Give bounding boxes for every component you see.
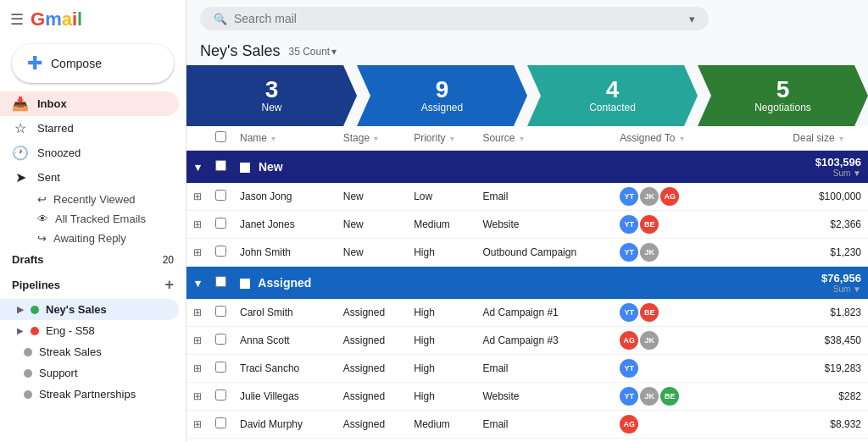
stage-negotiations[interactable]: 5 Negotiations (698, 65, 868, 126)
row-expand-icon[interactable]: ⊞ (186, 411, 209, 439)
row-assigned: AGJK (613, 327, 786, 355)
row-source: Website (476, 383, 613, 411)
search-input[interactable] (234, 12, 682, 25)
row-expand-icon[interactable]: ⊞ (186, 439, 209, 443)
group-header-assigned[interactable]: ▾ Assigned $76,956 Sum ▼ (186, 267, 868, 300)
awaiting-reply-label: Awaiting Reply (53, 232, 126, 245)
group-checkbox[interactable] (215, 276, 226, 287)
table-row[interactable]: ⊞ Julie Villegas Assigned High Website Y… (186, 383, 868, 411)
tracked-emails-icon: 👁 (37, 213, 48, 225)
recently-viewed-icon: ↩ (37, 193, 47, 206)
row-checkbox[interactable] (209, 383, 233, 411)
row-deal-size: $2,366 (786, 211, 868, 239)
row-stage: New (337, 239, 407, 267)
pipeline-item-streak-sales[interactable]: Streak Sales (0, 341, 179, 362)
stage-assigned-num: 9 (436, 78, 449, 102)
row-checkbox[interactable] (209, 211, 233, 239)
sidebar-item-sent[interactable]: ➤ Sent (0, 165, 179, 190)
row-checkbox[interactable] (209, 183, 233, 211)
table-row[interactable]: ⊞ Anna Scott Assigned High Ad Campaign #… (186, 327, 868, 355)
add-pipeline-icon[interactable]: + (164, 276, 174, 294)
stage-assigned[interactable]: 9 Assigned (357, 65, 527, 126)
row-checkbox[interactable] (209, 299, 233, 327)
row-priority: High (407, 239, 476, 267)
sidebar-item-snoozed[interactable]: 🕐 Snoozed (0, 141, 179, 165)
sidebar: ☰ Gmail ✚ Compose 📥 Inbox ☆ Starred 🕐 Sn… (0, 0, 186, 442)
row-checkbox[interactable] (209, 239, 233, 267)
group-expand-icon[interactable]: ▾ (186, 267, 209, 300)
table-row[interactable]: ⊞ Carol Smith Assigned High Ad Campaign … (186, 299, 868, 327)
sidebar-sub-awaiting-reply[interactable]: ↪ Awaiting Reply (0, 229, 186, 248)
col-priority[interactable]: Priority ▾ (407, 126, 476, 151)
sidebar-item-starred[interactable]: ☆ Starred (0, 116, 179, 141)
group-checkbox[interactable] (215, 160, 226, 171)
avatar: JK (640, 187, 659, 206)
row-expand-icon[interactable]: ⊞ (186, 211, 209, 239)
col-deal-size[interactable]: Deal size ▾ (786, 126, 868, 151)
pipeline-item-streak-partnerships[interactable]: Streak Partnerships (0, 384, 179, 405)
row-name: Anna Scott (233, 327, 337, 355)
row-stage: Assigned (337, 299, 407, 327)
chevron-icon: ▶ (17, 326, 24, 335)
row-expand-icon[interactable]: ⊞ (186, 355, 209, 383)
stage-negotiations-num: 5 (776, 78, 790, 102)
row-expand-icon[interactable]: ⊞ (186, 299, 209, 327)
inbox-icon: 📥 (12, 96, 29, 112)
table-header-row: Name ▾ Stage ▾ Priority ▾ Source ▾ Assig… (186, 126, 868, 151)
col-assigned-to[interactable]: Assigned To ▾ (613, 126, 786, 151)
stage-contacted[interactable]: 4 Contacted (527, 65, 698, 126)
table-row[interactable]: ⊞ Jason Jong New Low Email YTJKAG $100,0… (186, 183, 868, 211)
stage-negotiations-label: Negotiations (754, 102, 811, 113)
search-dropdown-icon[interactable]: ▾ (689, 13, 695, 25)
sidebar-item-inbox[interactable]: 📥 Inbox (0, 91, 179, 116)
sidebar-sub-recently-viewed[interactable]: ↩ Recently Viewed (0, 190, 186, 209)
col-source[interactable]: Source ▾ (476, 126, 613, 151)
row-checkbox[interactable] (209, 411, 233, 439)
row-source: Website (476, 211, 613, 239)
row-assigned: YTJKAG (613, 183, 786, 211)
col-checkbox (209, 126, 233, 151)
table-row[interactable]: ⊞ Traci Sancho Assigned High Email YT $1… (186, 355, 868, 383)
col-stage[interactable]: Stage ▾ (337, 126, 407, 151)
stage-new-num: 3 (265, 78, 279, 102)
drafts-section[interactable]: Drafts 20 (0, 248, 186, 271)
row-expand-icon[interactable]: ⊞ (186, 183, 209, 211)
avatar: YT (620, 243, 638, 262)
row-source: Ad Campaign #1 (476, 299, 613, 327)
table-row[interactable]: ⊞ Bruce Bruce Assigned Medium Email YT $… (186, 439, 868, 443)
compose-button[interactable]: ✚ Compose (12, 44, 174, 83)
table-row[interactable]: ⊞ David Murphy Assigned Medium Email AG … (186, 411, 868, 439)
pipeline-item-support[interactable]: Support (0, 362, 179, 384)
pipeline-item-eng-s58[interactable]: ▶ Eng - S58 (0, 320, 179, 341)
pipeline-label: Support (39, 367, 78, 379)
row-expand-icon[interactable]: ⊞ (186, 327, 209, 355)
row-source: Ad Campaign #3 (476, 327, 613, 355)
sidebar-sub-tracked-emails[interactable]: 👁 All Tracked Emails (0, 209, 186, 229)
row-priority: Medium (407, 439, 476, 443)
avatar: YT (620, 387, 638, 406)
table-row[interactable]: ⊞ Janet Jones New Medium Website YTBE $2… (186, 211, 868, 239)
select-all-checkbox[interactable] (215, 131, 226, 142)
star-icon: ☆ (12, 120, 29, 136)
row-priority: High (407, 327, 476, 355)
row-assigned: YT (613, 439, 786, 443)
row-checkbox[interactable] (209, 327, 233, 355)
count-badge[interactable]: 35 Count ▾ (288, 46, 337, 58)
group-header-new[interactable]: ▾ New $103,596 Sum ▼ (186, 151, 868, 184)
row-name: David Murphy (233, 411, 337, 439)
group-expand-icon[interactable]: ▾ (186, 151, 209, 184)
snoozed-label: Snoozed (37, 146, 81, 159)
table-row[interactable]: ⊞ John Smith New High Outbound Campaign … (186, 239, 868, 267)
top-bar: 🔍 ▾ (186, 0, 868, 37)
row-checkbox[interactable] (209, 355, 233, 383)
col-name[interactable]: Name ▾ (233, 126, 337, 151)
row-expand-icon[interactable]: ⊞ (186, 239, 209, 267)
row-assigned: YTJKBE (613, 383, 786, 411)
pipeline-item-neys-sales[interactable]: ▶ Ney's Sales (0, 299, 179, 320)
menu-icon[interactable]: ☰ (10, 10, 24, 29)
pipeline-dot (24, 390, 32, 399)
row-expand-icon[interactable]: ⊞ (186, 383, 209, 411)
search-box[interactable]: 🔍 ▾ (200, 7, 709, 30)
row-checkbox[interactable] (209, 439, 233, 443)
stage-new[interactable]: 3 New (186, 65, 357, 126)
